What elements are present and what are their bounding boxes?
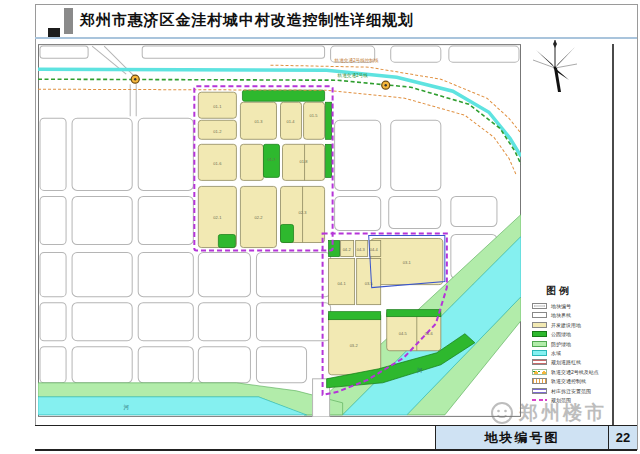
park-green-swatch — [532, 331, 547, 337]
legend: 图例 地块编号 地块界线 开发建设用地 公园绿地 防护绿地 水域 规划道路红线 … — [532, 284, 610, 406]
development-land-swatch — [532, 322, 547, 328]
plot-label: 01-3 — [254, 119, 263, 124]
legend-item: 地块编号 — [532, 303, 610, 309]
plan-document-page: 郑州市惠济区金洼村城中村改造控制性详细规划 — [0, 0, 640, 454]
legend-item: 轨道交通2号线及站点 — [532, 369, 610, 375]
plot-label: 01-2 — [213, 129, 222, 134]
north-arrow-icon — [532, 38, 578, 96]
plot-label: 01-8 — [300, 159, 309, 164]
legend-item: 轨道交通控制线 — [532, 378, 610, 384]
legend-item: 开发建设用地 — [532, 322, 610, 328]
road-redline-swatch — [532, 359, 547, 365]
plot-number-swatch — [532, 303, 547, 309]
rail-line-label: 轨道交通2号线 — [338, 72, 369, 78]
sheet-column-divider — [612, 44, 614, 425]
village-range-swatch — [532, 388, 547, 394]
title-bar-spacer — [35, 426, 436, 449]
page-title: 郑州市惠济区金洼村城中村改造控制性详细规划 — [80, 11, 414, 30]
plot-label: 04-4 — [370, 247, 379, 252]
sheet-name-cell: 地块编号图 — [436, 426, 609, 449]
plot-label: 04-6 — [425, 331, 434, 336]
legend-item: 地块界线 — [532, 312, 610, 318]
legend-title: 图例 — [546, 284, 610, 298]
water-swatch — [532, 350, 547, 356]
plan-map: 轨道交通2号线控制线 轨道交通2号线 河 河 01-101-201-301-40… — [38, 44, 521, 417]
plot-label: 01-7 — [267, 157, 276, 162]
legend-item: 村庄拆迁安置范围 — [532, 388, 610, 394]
plot-label: 01-5 — [310, 113, 319, 118]
plot-cluster-1 — [198, 92, 324, 247]
plot-label: 03-1 — [403, 260, 412, 265]
plot-label: 04-2 — [343, 247, 352, 252]
plot-label: 02-2 — [254, 215, 263, 220]
plot-label: 01-6 — [213, 161, 222, 166]
plot-label: 01-1 — [213, 104, 222, 109]
plot-label: 04-5 — [399, 331, 408, 336]
plot-boundary-swatch — [532, 312, 547, 318]
plan-map-canvas: 轨道交通2号线控制线 轨道交通2号线 河 河 01-101-201-301-40… — [38, 44, 521, 417]
river-water-bottom — [38, 397, 307, 415]
plot-label: 03-5 — [365, 281, 374, 286]
plot-label: 01-4 — [287, 119, 296, 124]
plot-label: 02-1 — [213, 215, 222, 220]
sheet-title-bar: 地块编号图 22 — [35, 425, 637, 451]
rail-control-swatch — [532, 378, 547, 384]
legend-item: 规划道路红线 — [532, 359, 610, 365]
protective-green-swatch — [532, 341, 547, 347]
legend-item: 水域 — [532, 350, 610, 356]
plot-label: 04-1 — [338, 281, 347, 286]
river-label: 河 — [417, 367, 423, 374]
planning-scope-swatch — [532, 397, 547, 403]
plot-label: 04-3 — [357, 247, 366, 252]
page-number-cell: 22 — [609, 426, 637, 449]
legend-item: 公园绿地 — [532, 331, 610, 337]
rail-line-swatch — [532, 369, 547, 375]
rail-control-label: 轨道交通2号线控制线 — [335, 57, 379, 64]
legend-item: 防护绿地 — [532, 341, 610, 347]
plot-label: 02-3 — [299, 210, 308, 215]
plot-label: 03-2 — [350, 343, 359, 348]
river-label: 河 — [123, 404, 129, 411]
title-bullet-bar — [64, 8, 73, 34]
legend-item: 规划范围 — [532, 397, 610, 403]
